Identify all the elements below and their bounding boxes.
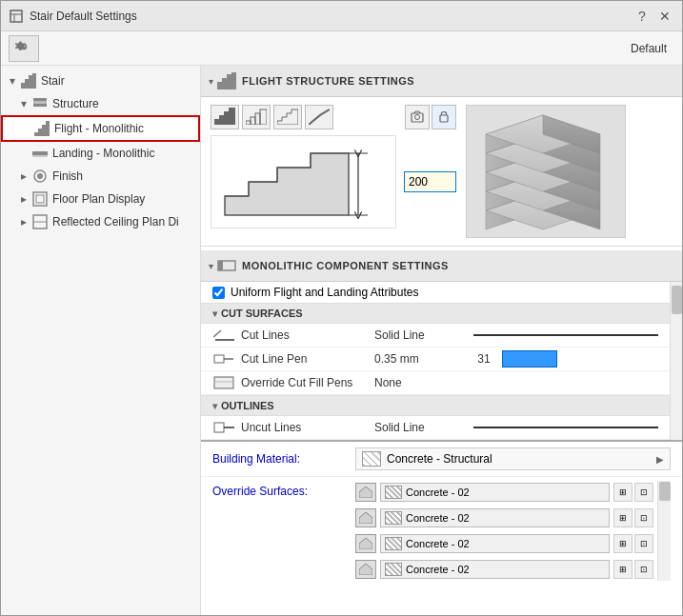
surface-grid-btn-1[interactable]: ⊞ <box>613 483 633 502</box>
svg-line-65 <box>213 330 221 337</box>
svg-rect-12 <box>38 129 42 136</box>
floor-plan-icon <box>31 190 49 208</box>
uncut-lines-icon <box>212 419 235 436</box>
cut-line-pen-label: Cut Line Pen <box>241 352 374 366</box>
surface-link-btn-1[interactable]: ⊡ <box>634 483 653 502</box>
flight-structure-content: 200 <box>201 97 682 247</box>
svg-rect-19 <box>33 192 47 206</box>
svg-rect-11 <box>34 132 38 136</box>
sidebar-item-structure[interactable]: Structure <box>1 92 200 115</box>
flight-type-btn-4[interactable] <box>305 105 333 129</box>
svg-rect-9 <box>33 101 47 104</box>
uniform-label: Uniform Flight and Landing Attributes <box>231 286 418 299</box>
surface-link-btn-4[interactable]: ⊡ <box>634 560 653 579</box>
surface-material-1[interactable]: Concrete - 02 <box>380 483 610 502</box>
svg-marker-75 <box>359 538 372 549</box>
cut-surfaces-header: ▾ CUT SURFACES <box>201 303 670 324</box>
cut-line-pen-row-icon <box>212 350 235 368</box>
cut-lines-row: Cut Lines Solid Line <box>201 324 670 348</box>
svg-rect-26 <box>231 72 236 89</box>
surface-actions-1: ⊞ ⊡ <box>613 483 653 502</box>
surface-mat-icon-2 <box>385 511 402 525</box>
stair-diagram-svg <box>215 139 392 225</box>
building-material-value: Concrete - Structural <box>387 452 492 466</box>
surfaces-scroll-thumb <box>659 482 671 501</box>
window-controls: ? ✕ <box>633 7 674 26</box>
flight-type-btn-2[interactable] <box>242 105 271 129</box>
svg-rect-8 <box>33 104 47 107</box>
help-button[interactable]: ? <box>633 7 652 26</box>
building-material-value-container[interactable]: Concrete - Structural ▶ <box>355 447 671 470</box>
flight-monolithic-label: Flight - Monolithic <box>54 122 144 135</box>
svg-rect-32 <box>251 117 255 125</box>
outlines-arrow[interactable]: ▾ <box>212 401 217 411</box>
flight-icon <box>33 120 50 137</box>
flight-structure-section-icon <box>217 71 236 90</box>
flight-type-btn-1[interactable] <box>211 105 239 129</box>
ceiling-icon <box>31 213 49 230</box>
camera-3d-btn[interactable] <box>405 105 430 129</box>
sidebar-item-stair[interactable]: Stair <box>1 70 200 92</box>
monolithic-arrow[interactable]: ▾ <box>209 261 213 271</box>
surface-box-4 <box>355 560 376 579</box>
svg-rect-0 <box>10 10 22 22</box>
cut-line-pen-color[interactable] <box>502 350 557 368</box>
override-fill-label: Override Cut Fill Pens <box>241 376 374 389</box>
svg-rect-24 <box>222 78 227 89</box>
svg-rect-27 <box>214 119 219 125</box>
building-material-icon <box>362 451 381 467</box>
close-button[interactable]: ✕ <box>655 7 674 26</box>
structure-label: Structure <box>52 97 99 110</box>
surface-item-4: Concrete - 02 ⊞ ⊡ <box>355 558 653 581</box>
outlines-header: ▾ OUTLINES <box>201 395 670 416</box>
flight-structure-arrow[interactable]: ▾ <box>209 76 213 87</box>
settings-scrollbar[interactable] <box>670 282 682 440</box>
surface-grid-btn-2[interactable]: ⊞ <box>613 508 633 527</box>
uncut-lines-label: Uncut Lines <box>241 421 374 434</box>
monolithic-inner: Uniform Flight and Landing Attributes ▾ … <box>201 282 670 440</box>
override-surfaces-label: Override Surfaces: <box>212 481 355 498</box>
structure-arrow <box>16 96 31 111</box>
surface-link-btn-3[interactable]: ⊡ <box>634 534 653 553</box>
measurement-input[interactable]: 200 <box>404 171 456 192</box>
flight-structure-header: ▾ FLIGHT STRUCTURE SETTINGS <box>201 66 682 97</box>
cut-surfaces-arrow[interactable]: ▾ <box>212 308 217 319</box>
svg-marker-73 <box>359 487 372 498</box>
structure-icon <box>31 95 49 112</box>
sidebar-item-reflected-ceiling[interactable]: Reflected Ceiling Plan Di <box>1 210 200 233</box>
surfaces-scrollbar[interactable] <box>657 481 671 581</box>
lock-btn[interactable] <box>432 105 456 129</box>
surface-link-btn-2[interactable]: ⊡ <box>634 508 653 527</box>
cut-line-pen-value: 0.35 mm <box>374 352 470 366</box>
surface-mat-icon-4 <box>385 563 402 576</box>
sidebar-item-flight-monolithic[interactable]: Flight - Monolithic <box>1 115 200 142</box>
svg-rect-33 <box>255 113 260 125</box>
surface-grid-btn-3[interactable]: ⊞ <box>613 534 633 553</box>
svg-rect-10 <box>33 98 47 101</box>
surface-box-icon-3 <box>359 538 372 549</box>
surface-mat-label-3: Concrete - 02 <box>406 538 470 549</box>
sidebar-item-floor-plan-display[interactable]: Floor Plan Display <box>1 188 200 210</box>
cut-surfaces-title: CUT SURFACES <box>221 308 303 319</box>
flight-type-btn-3[interactable] <box>273 105 302 129</box>
surface-material-4[interactable]: Concrete - 02 <box>380 560 610 579</box>
title-bar: Stair Default Settings ? ✕ <box>1 1 682 31</box>
flight-controls: 200 <box>211 105 456 229</box>
svg-rect-64 <box>218 261 223 270</box>
sidebar-item-landing-monolithic[interactable]: Landing - Monolithic <box>1 142 200 165</box>
override-fill-value: None <box>374 376 470 389</box>
stair-diagram <box>211 135 396 229</box>
surface-grid-btn-4[interactable]: ⊞ <box>613 560 633 579</box>
floor-plan-label: Floor Plan Display <box>52 192 145 206</box>
sidebar-item-finish[interactable]: Finish <box>1 165 200 188</box>
surface-material-3[interactable]: Concrete - 02 <box>380 534 610 553</box>
finish-arrow <box>16 169 31 184</box>
surface-box-3 <box>355 534 376 553</box>
stair-3d-svg <box>467 106 626 238</box>
surface-material-2[interactable]: Concrete - 02 <box>380 508 610 527</box>
svg-marker-74 <box>359 512 372 524</box>
uniform-checkbox[interactable] <box>212 287 225 299</box>
outlines-title: OUTLINES <box>221 400 274 411</box>
stair-icon <box>20 72 37 89</box>
uncut-lines-svg <box>213 420 234 435</box>
